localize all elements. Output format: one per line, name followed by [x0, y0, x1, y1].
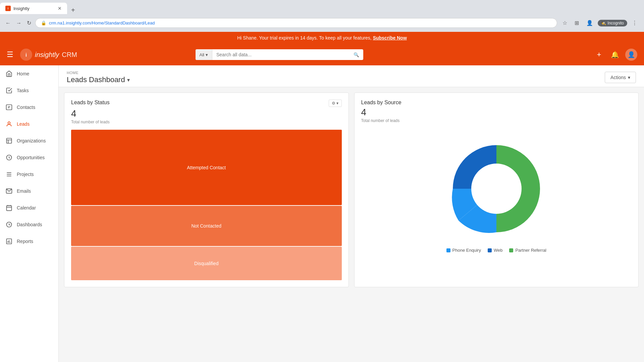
extensions-button[interactable]: ⊞	[572, 18, 582, 27]
opportunities-icon	[5, 154, 13, 161]
svg-rect-10	[7, 205, 12, 210]
subscribe-link[interactable]: Subscribe Now	[373, 35, 407, 41]
right-widget-title: Leads by Source	[361, 100, 401, 106]
sidebar-label-leads: Leads	[17, 121, 30, 127]
search-scope-caret: ▾	[206, 52, 208, 57]
leads-icon	[5, 120, 13, 128]
search-submit-button[interactable]: 🔍	[350, 50, 363, 60]
sidebar-label-opportunities: Opportunities	[17, 155, 45, 160]
legend-label-phone: Phone Enquiry	[452, 248, 481, 253]
logo-icon: i	[20, 49, 32, 61]
add-icon: +	[597, 50, 601, 59]
legend-item-phone: Phone Enquiry	[446, 248, 481, 253]
address-bar[interactable]: 🔒 crm.na1.insightly.com/Home/StandardDas…	[35, 18, 557, 28]
chart-legend: Phone Enquiry Web Partner Referral	[446, 248, 546, 253]
app: Hi Shane. Your trial expires in 14 days.…	[0, 32, 644, 362]
sidebar-label-reports: Reports	[17, 239, 33, 244]
trial-message: Hi Shane. Your trial expires in 14 days.…	[237, 35, 372, 41]
legend-dot-phone	[446, 248, 450, 252]
avatar-icon: 👤	[628, 51, 635, 58]
donut-hole	[471, 164, 522, 214]
widget-tools-left: ⚙ ▾	[329, 100, 341, 107]
sidebar-label-calendar: Calendar	[17, 205, 36, 210]
trial-banner: Hi Shane. Your trial expires in 14 days.…	[0, 32, 644, 44]
forward-button[interactable]: →	[15, 19, 23, 27]
sidebar-label-contacts: Contacts	[17, 105, 35, 110]
sidebar-item-leads[interactable]: Leads	[0, 116, 58, 132]
legend-item-partner: Partner Referral	[509, 248, 546, 253]
tab-bar: i Insightly ✕ +	[0, 0, 644, 14]
lock-icon: 🔒	[41, 20, 46, 25]
sidebar-item-organizations[interactable]: Organizations	[0, 132, 58, 149]
donut-container: Phone Enquiry Web Partner Referral	[361, 128, 632, 259]
leads-by-source-widget: Leads by Source 4 Total number of leads	[354, 93, 639, 287]
sidebar-item-home[interactable]: Home	[0, 65, 58, 82]
nav-actions: ☆ ⊞ 👤 🕵 Incognito ⋮	[560, 18, 640, 27]
top-nav-actions: + 🔔 👤	[593, 49, 637, 61]
reports-icon	[5, 238, 13, 245]
browser-chrome: i Insightly ✕ + ← → ↻ 🔒 crm.na1.insightl…	[0, 0, 644, 32]
sidebar-label-tasks: Tasks	[17, 88, 29, 93]
new-tab-button[interactable]: +	[68, 6, 78, 14]
sidebar-item-opportunities[interactable]: Opportunities	[0, 149, 58, 166]
sidebar-label-dashboards: Dashboards	[17, 222, 42, 227]
search-bar: All ▾ 🔍	[196, 49, 363, 60]
search-scope-label: All	[200, 52, 204, 57]
left-widget-count: 4	[71, 108, 342, 119]
refresh-button[interactable]: ↻	[25, 18, 33, 27]
browser-tab[interactable]: i Insightly ✕	[0, 3, 67, 14]
tasks-icon	[5, 87, 13, 94]
logo: i insightly CRM	[20, 49, 77, 61]
page-title-row: Leads Dashboard ▾	[67, 75, 130, 84]
search-input[interactable]	[212, 49, 350, 60]
tab-favicon: i	[5, 6, 11, 11]
emails-icon	[5, 187, 13, 195]
actions-caret-icon: ▾	[628, 75, 630, 80]
attempted-contact-label: Attempted Contact	[187, 165, 226, 170]
add-button[interactable]: +	[593, 49, 605, 61]
projects-icon	[5, 171, 13, 178]
sidebar-item-emails[interactable]: Emails	[0, 183, 58, 199]
sidebar-item-dashboards[interactable]: Dashboards	[0, 216, 58, 233]
tab-close-button[interactable]: ✕	[58, 6, 62, 11]
page-title: Leads Dashboard	[67, 75, 125, 84]
actions-button[interactable]: Actions ▾	[605, 72, 636, 83]
tab-title: Insightly	[13, 6, 30, 11]
sidebar-item-reports[interactable]: Reports	[0, 233, 58, 250]
search-scope-button[interactable]: All ▾	[196, 50, 212, 60]
widget-header-left: Leads by Status ⚙ ▾	[71, 100, 342, 107]
sidebar-label-emails: Emails	[17, 188, 31, 194]
user-avatar[interactable]: 👤	[625, 49, 637, 61]
browser-nav-bar: ← → ↻ 🔒 crm.na1.insightly.com/Home/Stand…	[0, 14, 644, 32]
page-title-dropdown-icon[interactable]: ▾	[127, 77, 130, 83]
sidebar-item-tasks[interactable]: Tasks	[0, 82, 58, 99]
svg-rect-2	[6, 105, 12, 110]
right-widget-count: 4	[361, 107, 632, 118]
sidebar-item-calendar[interactable]: Calendar	[0, 199, 58, 216]
treemap-attempted-contact[interactable]: Attempted Contact	[71, 130, 342, 205]
treemap-not-contacted[interactable]: Not Contacted	[71, 206, 342, 246]
hamburger-button[interactable]: ☰	[7, 50, 13, 59]
back-button[interactable]: ←	[4, 19, 12, 27]
bookmark-button[interactable]: ☆	[560, 18, 570, 27]
profile-button[interactable]: 👤	[584, 18, 596, 27]
logo-text: insightly	[35, 51, 59, 59]
legend-dot-partner	[509, 248, 513, 252]
url-display: crm.na1.insightly.com/Home/StandardDashb…	[49, 20, 155, 25]
legend-label-web: Web	[494, 248, 503, 253]
crm-label: CRM	[62, 51, 77, 59]
dashboards-icon	[5, 221, 13, 228]
incognito-label: Incognito	[607, 21, 624, 25]
notifications-button[interactable]: 🔔	[609, 49, 621, 61]
left-widget-title: Leads by Status	[71, 100, 110, 106]
breadcrumb-area: HOME Leads Dashboard ▾ Actions ▾	[59, 65, 644, 87]
sidebar-label-projects: Projects	[17, 172, 34, 177]
treemap-disqualified[interactable]: Disqualified	[71, 247, 342, 280]
sidebar-item-contacts[interactable]: Contacts	[0, 99, 58, 116]
menu-button[interactable]: ⋮	[629, 18, 640, 27]
breadcrumb-home: HOME	[67, 71, 130, 75]
legend-item-web: Web	[488, 248, 503, 253]
sidebar-item-projects[interactable]: Projects	[0, 166, 58, 183]
disqualified-label: Disqualified	[194, 261, 218, 266]
widget-settings-button[interactable]: ⚙ ▾	[329, 100, 341, 107]
